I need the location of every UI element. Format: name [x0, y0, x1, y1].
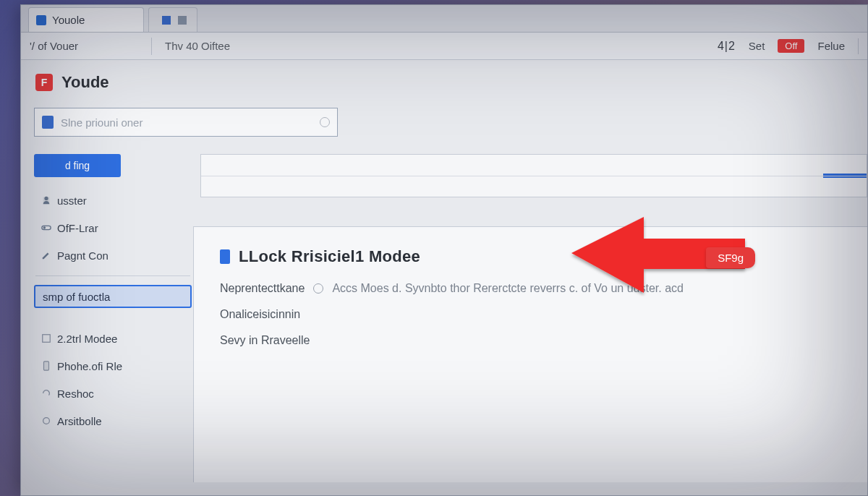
paint-icon	[41, 250, 51, 260]
dialog-line-3: Sevy in Rraveelle	[220, 334, 841, 347]
dialog-line-2-text: Onaliceisicinnin	[220, 308, 300, 321]
lock-icon	[220, 249, 230, 264]
dialog-line-1b: Accs Moes d. Syvnbto thor Rererctcte rev…	[332, 282, 684, 295]
panel-toolbar[interactable]	[200, 154, 867, 197]
sidebar-primary-label: d fing	[65, 160, 90, 171]
sidebar-item-label: Arsitbolle	[57, 415, 102, 427]
columns: d fing usster OfF-Lrar	[34, 154, 867, 482]
brand-row: F Youde	[34, 73, 867, 92]
info-icon[interactable]	[313, 283, 323, 294]
divider	[151, 38, 152, 55]
dialog-line-1a: Neprentecttkane	[220, 282, 305, 295]
dialog-line-1: Neprentecttkane Accs Moes d. Syvnbto tho…	[220, 282, 841, 295]
clear-icon[interactable]	[320, 117, 330, 127]
divider	[858, 38, 859, 54]
sidebar-item-label: Pagnt Con	[57, 249, 109, 262]
sidebar-item-misc[interactable]: Arsitbolle	[34, 409, 192, 432]
sidebar-item-label: Phohe.ofi Rle	[57, 360, 122, 372]
main-panel: LLock Rrisiciel1 Modee Neprentecttkane A…	[200, 154, 867, 482]
sidebar-primary-button[interactable]: d fing	[34, 154, 121, 177]
address-left-label: '/ of Vouer	[30, 40, 78, 52]
toolbar-accent	[823, 174, 867, 178]
address-mid[interactable]: Thv 40 Oiftee	[165, 40, 705, 52]
sidebar-separator	[35, 275, 190, 276]
sidebar-item-label: usster	[57, 194, 87, 207]
app-window: Youole '/ of Vouer Thv 40 Oiftee 4|2 Set…	[20, 4, 868, 496]
user-icon	[41, 195, 51, 205]
address-left[interactable]: '/ of Vouer	[30, 40, 138, 52]
search-box[interactable]	[34, 108, 338, 137]
address-count: 4|2	[718, 40, 736, 53]
svg-point-4	[43, 418, 50, 424]
dialog-line-2: Onaliceisicinnin	[220, 308, 841, 321]
search-input[interactable]	[61, 116, 312, 129]
phone-icon	[41, 361, 51, 371]
address-mid-label: Thv 40 Oiftee	[165, 40, 230, 52]
sidebar: d fing usster OfF-Lrar	[34, 154, 200, 482]
dialog-line-3-text: Sevy in Rraveelle	[220, 334, 310, 347]
settings-dialog: LLock Rrisiciel1 Modee Neprentecttkane A…	[193, 226, 867, 482]
sidebar-item-toggle[interactable]: OfF-Lrar	[34, 216, 192, 239]
refresh-icon	[41, 388, 51, 398]
address-bar: '/ of Vouer Thv 40 Oiftee 4|2 Set Off Fe…	[21, 33, 867, 60]
sidebar-item-label: 2.2trl Modee	[57, 333, 117, 345]
sidebar-item-label: OfF-Lrar	[57, 222, 98, 234]
svg-point-1	[43, 226, 46, 229]
brand-glyph: F	[41, 77, 48, 88]
off-badge[interactable]: Off	[778, 39, 804, 53]
tab-secondary[interactable]	[148, 7, 197, 32]
tab-favicon-icon	[36, 15, 46, 25]
misc-icon	[41, 416, 51, 426]
sidebar-item-label: smp of fuoctla	[43, 291, 110, 303]
window-icon-2	[178, 16, 187, 25]
toggle-icon	[41, 223, 51, 233]
svg-rect-2	[43, 335, 51, 343]
brand-icon: F	[35, 74, 53, 91]
address-feue[interactable]: Felue	[817, 40, 845, 52]
sidebar-item-phone[interactable]: Phohe.ofi Rle	[34, 354, 192, 377]
dialog-title-row: LLock Rrisiciel1 Modee	[220, 247, 841, 266]
window-icon	[162, 16, 171, 25]
search-icon	[42, 116, 54, 129]
sidebar-item-selected[interactable]: smp of fuoctla	[34, 285, 192, 308]
sidebar-item-refresh[interactable]: Reshoc	[34, 382, 192, 405]
tab-label: Youole	[52, 14, 85, 26]
sidebar-item-label: Reshoc	[57, 388, 94, 400]
dialog-title: LLock Rrisiciel1 Modee	[239, 247, 420, 266]
tab-active[interactable]: Youole	[28, 7, 144, 32]
tab-strip: Youole	[21, 5, 867, 33]
spacer	[34, 312, 192, 322]
sidebar-item-user[interactable]: usster	[34, 189, 192, 212]
brand-title: Youde	[61, 73, 109, 92]
sidebar-item-paint[interactable]: Pagnt Con	[34, 244, 192, 267]
address-set[interactable]: Set	[749, 40, 765, 52]
sidebar-item-mode[interactable]: 2.2trl Modee	[34, 327, 192, 350]
content-area: F Youde d fing usster	[21, 60, 867, 495]
mode-icon	[41, 333, 51, 343]
